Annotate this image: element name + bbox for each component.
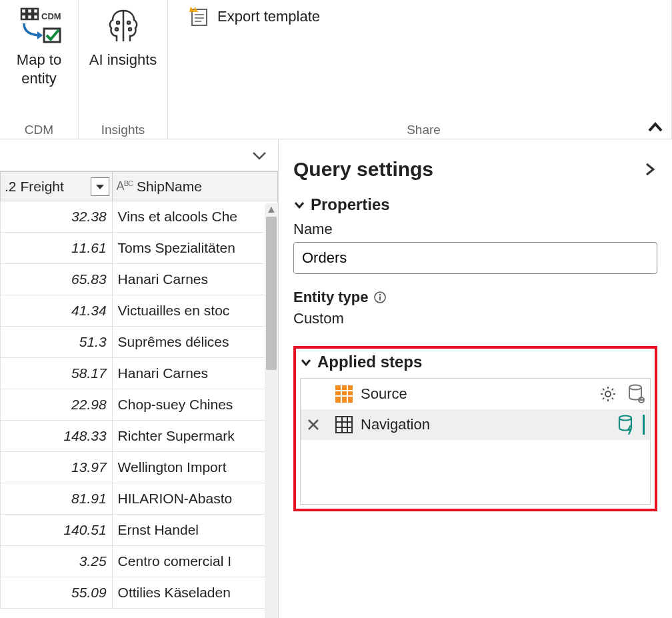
cell-freight: 65.83	[1, 264, 113, 295]
query-name-input[interactable]	[293, 242, 657, 274]
map-to-entity-button[interactable]: CDM Map to entity	[8, 4, 70, 89]
table-row[interactable]: 51.3Suprêmes délices	[1, 327, 278, 358]
table-outline-icon	[334, 415, 354, 435]
svg-point-17	[379, 294, 381, 295]
scroll-up-icon: ▲	[265, 203, 278, 215]
vertical-scrollbar[interactable]: ▲	[265, 203, 278, 618]
table-row[interactable]: 11.61Toms Spezialitäten	[1, 233, 278, 264]
applied-step-source[interactable]: Source	[301, 379, 650, 409]
cell-freight: 140.51	[1, 515, 113, 546]
cell-shipname: Richter Supermark	[112, 421, 277, 452]
table-row[interactable]: 81.91HILARION-Abasto	[1, 483, 278, 515]
cell-shipname: Toms Spezialitäten	[112, 233, 277, 264]
table-row[interactable]: 55.09Ottilies Käseladen	[1, 577, 278, 609]
query-settings-title: Query settings	[293, 158, 433, 181]
ribbon-group-share-label: Share	[407, 123, 441, 137]
map-to-entity-label: Map to entity	[9, 51, 69, 87]
applied-step-navigation[interactable]: Navigation	[301, 409, 650, 440]
cell-shipname: Hanari Carnes	[112, 358, 277, 389]
cell-shipname: Ottilies Käseladen	[112, 577, 277, 609]
cell-shipname: Vins et alcools Che	[112, 201, 277, 233]
scrollbar-thumb[interactable]	[266, 217, 277, 370]
table-row[interactable]: 65.83Hanari Carnes	[1, 264, 278, 295]
panel-collapse-button[interactable]	[643, 162, 657, 177]
step-label: Source	[361, 385, 407, 403]
table-row[interactable]: 140.51Ernst Handel	[1, 515, 278, 546]
ribbon-group-insights: AI insights Insights	[79, 0, 168, 139]
svg-rect-5	[33, 15, 38, 19]
svg-point-25	[605, 391, 611, 397]
database-icon[interactable]	[627, 384, 645, 404]
database-lightning-icon[interactable]	[617, 415, 635, 435]
properties-heading: Properties	[311, 195, 390, 214]
cell-shipname: Centro comercial I	[112, 546, 277, 577]
ai-insights-button[interactable]: AI insights	[88, 4, 159, 71]
applied-steps-highlight: Applied steps	[293, 346, 657, 511]
column-header-shipname[interactable]: ABC ShipName	[112, 172, 277, 201]
shipname-header-label: ShipName	[137, 179, 202, 195]
cell-freight: 41.34	[1, 295, 113, 327]
formula-expand-button[interactable]	[250, 146, 269, 165]
properties-section-toggle[interactable]: Properties	[293, 195, 657, 214]
cell-freight: 81.91	[1, 483, 113, 515]
svg-text:CDM: CDM	[41, 11, 61, 21]
freight-column-filter-button[interactable]	[91, 177, 109, 196]
cell-freight: 51.3	[1, 327, 113, 358]
table-body: 32.38Vins et alcools Che 11.61Toms Spezi…	[1, 201, 278, 609]
ribbon-group-share: Export template Share	[168, 0, 672, 139]
svg-rect-1	[27, 9, 32, 13]
ribbon-group-insights-label: Insights	[101, 123, 145, 137]
svg-point-9	[127, 21, 130, 24]
table-row[interactable]: 13.97Wellington Import	[1, 452, 278, 483]
info-icon[interactable]	[373, 291, 387, 304]
ribbon: CDM Map to entity CDM	[0, 0, 672, 139]
svg-point-8	[117, 21, 119, 24]
cell-shipname: Hanari Carnes	[112, 264, 277, 295]
applied-steps-list: Source	[300, 378, 651, 505]
chevron-down-icon	[300, 356, 312, 368]
cell-freight: 32.38	[1, 201, 113, 233]
cell-shipname: Ernst Handel	[112, 515, 277, 546]
gear-icon[interactable]	[599, 385, 617, 403]
ribbon-group-cdm-label: CDM	[25, 123, 53, 137]
cell-shipname: HILARION-Abasto	[112, 483, 277, 515]
svg-rect-2	[33, 9, 38, 13]
cell-shipname: Suprêmes délices	[112, 327, 277, 358]
svg-point-10	[115, 28, 118, 31]
cell-freight: 3.25	[1, 546, 113, 577]
formula-bar	[0, 139, 278, 171]
freight-header-label: Freight	[21, 179, 64, 195]
applied-steps-section-toggle[interactable]: Applied steps	[300, 353, 651, 371]
brain-icon	[102, 5, 145, 48]
data-table: .2 Freight ABC ShipName	[0, 171, 278, 609]
entity-type-label: Entity type	[293, 289, 368, 306]
svg-rect-18	[379, 297, 381, 301]
cell-freight: 13.97	[1, 452, 113, 483]
step-active-indicator	[643, 415, 645, 435]
table-row[interactable]: 32.38Vins et alcools Che	[1, 201, 278, 233]
svg-rect-29	[336, 417, 352, 433]
ribbon-group-cdm: CDM Map to entity CDM	[0, 0, 79, 139]
data-preview-panel: .2 Freight ABC ShipName	[0, 139, 279, 618]
delete-step-button[interactable]	[306, 417, 327, 432]
export-template-button[interactable]: Export template	[184, 4, 324, 29]
query-settings-panel: Query settings Properties Name Entity ty…	[279, 139, 672, 618]
table-row[interactable]: 148.33Richter Supermark	[1, 421, 278, 452]
export-template-label: Export template	[217, 8, 320, 25]
entity-type-value: Custom	[293, 310, 657, 327]
column-header-freight[interactable]: .2 Freight	[1, 172, 113, 201]
cell-freight: 55.09	[1, 577, 113, 609]
svg-rect-0	[21, 9, 26, 13]
ribbon-collapse-button[interactable]	[647, 119, 664, 136]
cdm-icon: CDM	[16, 3, 63, 50]
chevron-down-icon	[293, 199, 305, 211]
table-row[interactable]: 41.34Victuailles en stoc	[1, 295, 278, 327]
cell-shipname: Chop-suey Chines	[112, 389, 277, 421]
table-row[interactable]: 22.98Chop-suey Chines	[1, 389, 278, 421]
freight-type-prefix: .2	[5, 179, 17, 195]
table-row[interactable]: 3.25Centro comercial I	[1, 546, 278, 577]
svg-point-26	[629, 385, 641, 390]
cell-freight: 148.33	[1, 421, 113, 452]
step-label: Navigation	[361, 416, 430, 433]
table-row[interactable]: 58.17Hanari Carnes	[1, 358, 278, 389]
